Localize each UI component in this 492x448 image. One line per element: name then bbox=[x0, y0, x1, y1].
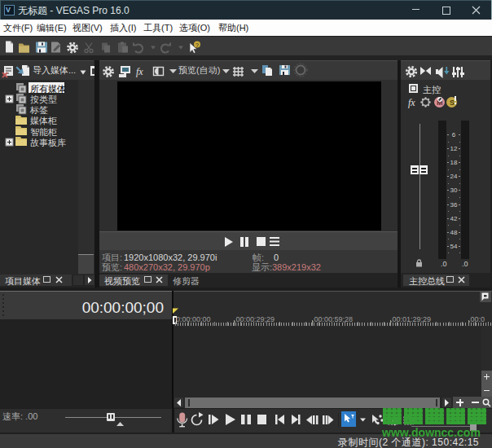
svg-text:fx: fx bbox=[136, 66, 143, 77]
svg-text:?: ? bbox=[195, 42, 199, 48]
